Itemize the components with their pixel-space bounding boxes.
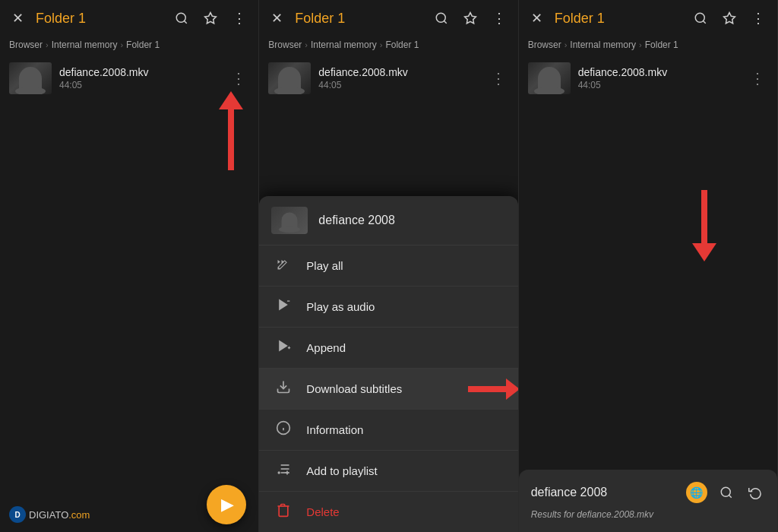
breadcrumb-memory-1: Internal memory: [52, 40, 118, 50]
svg-line-28: [703, 21, 705, 23]
more-button-3[interactable]: ⋮: [748, 7, 768, 30]
watermark-1: D DIGIATO.com: [9, 506, 90, 523]
menu-item-information[interactable]: Information: [259, 410, 517, 451]
close-button-3[interactable]: ✕: [528, 7, 546, 30]
menu-label-download-subtitles: Download subtitles: [306, 382, 402, 395]
panel-title-1: Folder 1: [36, 11, 163, 27]
context-menu-title: defiance 2008: [318, 214, 395, 227]
context-menu-overlay: defiance 2008 Play all Play as audio: [259, 0, 517, 532]
svg-point-30: [721, 487, 730, 496]
subtitle-history-button[interactable]: [745, 483, 765, 502]
topbar-1: ✕ Folder 1 ⋮: [0, 0, 258, 36]
watermark-icon-1: D: [9, 506, 26, 523]
svg-point-27: [695, 13, 704, 22]
breadcrumb-folder-1: Folder 1: [126, 40, 160, 50]
panel-3: ✕ Folder 1 ⋮ Browser › Internal memory ›…: [519, 0, 778, 532]
file-thumb-1: [9, 62, 52, 94]
delete-icon: [274, 502, 293, 521]
download-subtitles-icon: [274, 379, 293, 398]
file-duration-1: 44:05: [59, 80, 220, 90]
svg-point-0: [177, 13, 186, 22]
menu-label-play-all: Play all: [306, 259, 343, 272]
arrow-shaft-right: [468, 386, 506, 392]
svg-marker-29: [723, 13, 735, 24]
arrow-head-down: [692, 243, 716, 261]
star-icon-3: [723, 11, 736, 25]
information-icon: [274, 420, 293, 439]
more-button-1[interactable]: ⋮: [229, 7, 249, 30]
globe-icon[interactable]: 🌐: [686, 482, 707, 503]
context-menu-thumb: [271, 207, 308, 234]
arrow-head-right: [506, 378, 518, 400]
context-menu-header: defiance 2008: [259, 196, 517, 245]
subtitle-results-label: Results for defiance.2008.mkv: [531, 509, 765, 520]
svg-line-31: [729, 495, 731, 497]
star-icon-1: [204, 11, 217, 25]
append-icon: [274, 338, 293, 357]
subtitle-search-panel: defiance 2008 🌐 Results for defiance.200…: [519, 470, 777, 532]
menu-label-add-playlist: Add to playlist: [306, 464, 377, 477]
file-more-3[interactable]: ⋮: [747, 66, 768, 90]
close-button-1[interactable]: ✕: [9, 7, 27, 30]
arrow-right-indicator: [468, 378, 518, 400]
watermark-text-1: DIGIATO.com: [29, 509, 90, 521]
menu-item-append[interactable]: Append: [259, 328, 517, 369]
results-prefix: Results for: [531, 509, 577, 520]
arrow-up-1: [219, 91, 243, 170]
menu-item-download-subtitles[interactable]: Download subtitles: [259, 369, 517, 410]
svg-marker-6: [278, 260, 280, 264]
menu-item-delete[interactable]: Delete: [259, 492, 517, 532]
svg-line-1: [185, 21, 187, 23]
star-button-1[interactable]: [201, 8, 220, 28]
svg-marker-10: [279, 340, 288, 352]
panel-title-3: Folder 1: [555, 11, 682, 27]
play-icon-1: ▶: [221, 495, 234, 515]
svg-marker-7: [282, 260, 284, 264]
add-playlist-icon: [274, 461, 293, 480]
menu-label-information: Information: [306, 423, 363, 436]
menu-item-play-audio[interactable]: Play as audio: [259, 287, 517, 328]
subtitle-search-icons: 🌐: [686, 482, 765, 503]
breadcrumb-3: Browser › Internal memory › Folder 1: [519, 36, 777, 56]
file-item-3[interactable]: defiance.2008.mkv 44:05 ⋮: [519, 56, 777, 100]
svg-point-24: [278, 471, 280, 473]
breadcrumb-browser-1: Browser: [9, 40, 43, 50]
panel-2: ✕ Folder 1 ⋮ Browser › Internal memory ›…: [259, 0, 518, 532]
search-button-3[interactable]: [691, 8, 710, 28]
file-thumb-3: [528, 62, 571, 94]
file-name-1: defiance.2008.mkv: [59, 66, 220, 78]
context-menu: defiance 2008 Play all Play as audio: [259, 196, 517, 532]
arrow-shaft-down: [701, 190, 707, 243]
play-audio-icon: [274, 297, 293, 316]
panel-1: ✕ Folder 1 ⋮ Browser › Internal memory ›…: [0, 0, 259, 532]
search-icon-subtitle: [719, 486, 733, 499]
arrow-shaft-1: [228, 109, 234, 170]
file-duration-3: 44:05: [578, 80, 739, 90]
arrow-down-indicator: [692, 190, 716, 261]
file-info-1: defiance.2008.mkv 44:05: [59, 66, 220, 90]
play-all-icon: [274, 256, 293, 275]
results-filename: defiance.2008.mkv: [577, 509, 653, 520]
file-more-1[interactable]: ⋮: [228, 66, 249, 90]
file-info-3: defiance.2008.mkv 44:05: [578, 66, 739, 90]
search-icon-3: [694, 11, 707, 25]
subtitle-search-title: defiance 2008: [531, 486, 680, 499]
play-fab-1[interactable]: ▶: [207, 485, 246, 524]
panel-bottom-1: D DIGIATO.com: [9, 506, 90, 523]
file-name-3: defiance.2008.mkv: [578, 66, 739, 78]
svg-marker-2: [205, 13, 217, 24]
menu-item-play-all[interactable]: Play all: [259, 245, 517, 287]
svg-marker-8: [279, 299, 288, 311]
breadcrumb-memory-3: Internal memory: [570, 40, 636, 50]
search-button-1[interactable]: [172, 8, 191, 28]
menu-item-add-playlist[interactable]: Add to playlist: [259, 451, 517, 492]
menu-label-play-audio: Play as audio: [306, 300, 375, 313]
topbar-3: ✕ Folder 1 ⋮: [519, 0, 777, 36]
menu-label-delete: Delete: [306, 505, 339, 518]
star-button-3[interactable]: [719, 8, 739, 28]
breadcrumb-browser-3: Browser: [528, 40, 561, 50]
search-icon-1: [175, 11, 188, 25]
menu-label-append: Append: [306, 341, 346, 354]
subtitle-search-button[interactable]: [716, 483, 736, 502]
breadcrumb-1: Browser › Internal memory › Folder 1: [0, 36, 258, 56]
